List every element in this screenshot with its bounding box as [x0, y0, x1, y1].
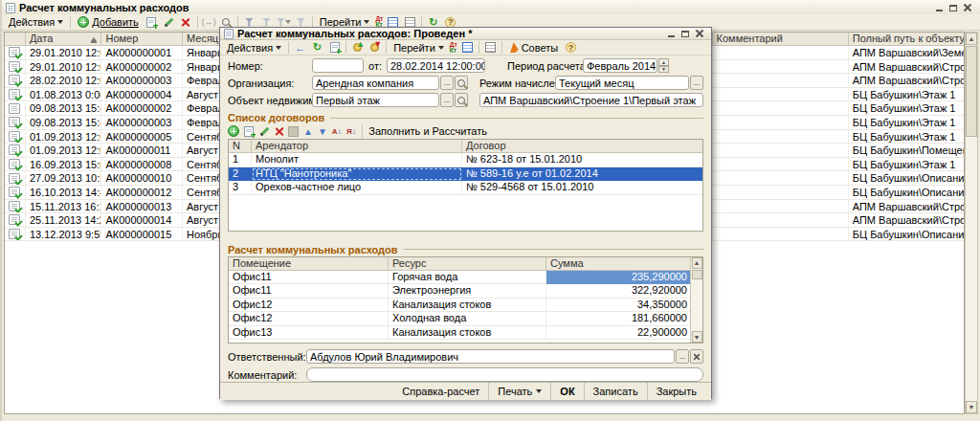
room-cell[interactable]: Офис12 — [229, 312, 389, 326]
scrollbar-thumb[interactable] — [692, 270, 702, 279]
move-down-icon[interactable]: ▼ — [318, 126, 327, 137]
comment-cell[interactable] — [713, 60, 849, 75]
scroll-up-icon[interactable]: ▲ — [966, 33, 977, 45]
contract-row[interactable]: 2НТЦ "Нанотроника"№ 589-16 у.е от 01.02.… — [229, 167, 702, 182]
number-cell[interactable]: АК000000011 — [101, 144, 183, 158]
amount-cell[interactable]: 322,920000 — [546, 284, 702, 299]
resource-cell[interactable]: Горячая вода — [389, 271, 546, 285]
comment-cell[interactable] — [713, 116, 849, 130]
calc-row[interactable]: Офис11Электроэнергия322,920000 — [229, 284, 702, 299]
header-date[interactable]: Дата — [26, 33, 102, 46]
comment-cell[interactable] — [713, 74, 849, 88]
calc-scrollbar[interactable]: ▲ ▼ — [690, 257, 702, 343]
comment-cell[interactable] — [713, 88, 849, 102]
object-select-button[interactable]: ... — [440, 93, 454, 107]
ok-button[interactable]: ОК — [550, 383, 583, 400]
post-button[interactable]: ▲ — [350, 41, 365, 55]
date-cell[interactable]: 25.11.2013 14:22:06 — [26, 213, 102, 228]
amount-cell[interactable]: 235,290000 — [546, 271, 702, 285]
path-cell[interactable]: АПМ Варшавский\Строен... — [849, 213, 964, 228]
calc-row[interactable]: Офис12Канализация стоков34,350000 — [229, 299, 702, 313]
sort-asc-button[interactable]: А↓ — [332, 126, 342, 136]
date-cell[interactable]: 13.12.2013 9:59:02 — [26, 228, 102, 242]
room-cell[interactable]: Офис12 — [229, 299, 389, 313]
organization-input[interactable]: Арендная компания — [312, 76, 439, 90]
comment-cell[interactable] — [713, 200, 849, 214]
dialog-close-icon[interactable] — [696, 30, 703, 37]
header-select[interactable] — [5, 33, 26, 46]
fill-and-calc-button[interactable]: Заполнить и Рассчитать — [368, 125, 487, 137]
n-cell[interactable]: 3 — [229, 181, 252, 195]
dialog-goto-button[interactable]: Перейти — [390, 40, 447, 55]
path-cell[interactable]: БЦ Бабушкин\Описание р... — [849, 186, 964, 200]
header-comment[interactable]: Комментарий — [713, 33, 849, 46]
number-cell[interactable]: АК000000004 — [101, 88, 183, 102]
n-cell[interactable]: 2 — [229, 167, 252, 182]
contract-cell[interactable]: № 529-4568 от 15.01.2010 — [462, 181, 702, 195]
dialog-maximize-icon[interactable] — [681, 31, 689, 37]
header-number[interactable]: Номер — [101, 33, 183, 46]
resource-cell[interactable]: Холодная вода — [389, 312, 546, 326]
contract-cell[interactable]: № 623-18 от 15.01.2010 — [462, 153, 702, 167]
documents-scrollbar[interactable]: ▲ ▼ — [965, 32, 978, 414]
date-cell[interactable]: 16.10.2013 14:42:34 — [26, 186, 102, 200]
dialog-journal-button[interactable] — [460, 41, 475, 55]
advice-button[interactable]: Советы — [506, 40, 561, 55]
scroll-up-icon[interactable]: ▲ — [692, 257, 702, 269]
path-cell[interactable]: БЦ Бабушкин\Описание р... — [849, 228, 964, 242]
delete-row-icon[interactable] — [275, 127, 283, 136]
period-stepper[interactable]: ▲▼ — [658, 58, 669, 73]
comment-cell[interactable] — [713, 46, 849, 60]
responsible-select-button[interactable]: ... — [676, 349, 689, 364]
number-cell[interactable]: АК000000010 — [101, 171, 183, 186]
object-open-button[interactable] — [455, 93, 468, 107]
dialog-minimize-icon[interactable] — [668, 35, 675, 37]
number-cell[interactable]: АК000000008 — [101, 158, 183, 172]
date-cell[interactable]: 01.09.2013 12:00:00 — [26, 130, 102, 144]
header-room[interactable]: Помещение — [229, 257, 389, 271]
comment-cell[interactable] — [713, 213, 849, 228]
unpost-button[interactable]: ▼ — [368, 41, 382, 55]
move-up-icon[interactable]: ▲ — [303, 126, 313, 137]
comment-cell[interactable] — [713, 228, 849, 242]
resource-cell[interactable]: Канализация стоков — [389, 299, 546, 313]
comment-cell[interactable] — [713, 158, 849, 172]
copy-row-icon[interactable] — [244, 126, 254, 137]
path-cell[interactable]: БЦ Бабушкин\Помещения... — [849, 144, 964, 158]
number-cell[interactable]: АК000000003 — [101, 116, 183, 130]
header-path[interactable]: Полный путь к объекту — [849, 33, 964, 46]
comment-cell[interactable] — [713, 130, 849, 144]
contract-row[interactable]: 1Монолит№ 623-18 от 15.01.2010 — [229, 153, 702, 167]
scroll-down-icon[interactable]: ▼ — [966, 401, 977, 413]
path-cell[interactable]: АПМ Варшавский\Строен... — [849, 60, 964, 75]
date-cell[interactable]: 01.09.2013 12:00:01 — [26, 144, 102, 158]
number-cell[interactable]: АК000000002 — [101, 60, 183, 75]
number-cell[interactable]: АК000000014 — [101, 213, 183, 228]
path-cell[interactable]: АПМ Варшавский\Строен... — [849, 74, 964, 88]
add-button[interactable]: Добавить — [75, 15, 142, 30]
header-tenant[interactable]: Арендатор — [252, 140, 462, 153]
contract-row[interactable]: 3Орехов-частное лицо№ 529-4568 от 15.01.… — [229, 181, 702, 195]
date-cell[interactable]: 27.09.2013 10:53:11 — [26, 171, 102, 186]
room-cell[interactable]: Офис11 — [229, 284, 389, 299]
spin-up-icon[interactable]: ▲ — [658, 58, 669, 66]
path-cell[interactable]: БЦ Бабушкин\Этаж 1 — [849, 101, 964, 116]
spin-down-icon[interactable]: ▼ — [658, 66, 669, 74]
print-button[interactable]: Печать — [488, 383, 550, 400]
number-cell[interactable]: АК000000003 — [101, 74, 183, 88]
header-resource[interactable]: Ресурс — [389, 257, 546, 271]
mode-select-button[interactable]: ... — [690, 76, 703, 90]
dialog-help-button[interactable]: ? — [564, 41, 578, 55]
amount-cell[interactable]: 22,900000 — [546, 326, 702, 341]
save-button[interactable]: Записать — [584, 383, 647, 400]
amount-cell[interactable]: 181,660000 — [546, 312, 702, 326]
number-cell[interactable]: АК000000013 — [101, 200, 183, 214]
maximize-icon[interactable] — [949, 5, 957, 11]
comment-cell[interactable] — [713, 186, 849, 200]
edit-button[interactable] — [162, 15, 176, 29]
mode-input[interactable]: Текущий месяц — [555, 76, 689, 90]
path-cell[interactable]: БЦ Бабушкин\Этаж 1 — [849, 88, 964, 102]
date-cell[interactable]: 15.11.2013 16:13:29 — [26, 200, 102, 214]
date-cell[interactable]: 09.08.2013 15:45:52 — [26, 101, 102, 116]
copy-button[interactable] — [145, 15, 159, 29]
